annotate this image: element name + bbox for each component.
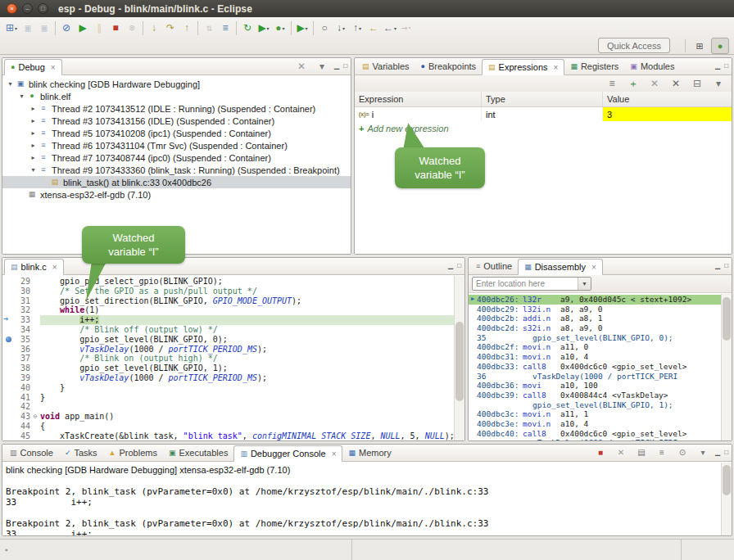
console-output[interactable]: blink checking [GDB Hardware Debugging] … xyxy=(2,463,732,535)
disassembly-line[interactable]: 400dbc33:call80x400dc6c0 <gpio_set_level… xyxy=(469,362,732,372)
expressions-tab-modules[interactable]: ▣Modules xyxy=(624,58,680,75)
editor-line[interactable]: 36 vTaskDelay(1000 / portTICK_PERIOD_MS)… xyxy=(2,345,464,355)
disassembly-line[interactable]: 400dbc2d:s32i.na8, a9, 0 xyxy=(469,323,732,333)
debug-tree-row[interactable]: ▸≡Thread #5 1073410208 (ipc1) (Suspended… xyxy=(2,127,351,139)
maximize-view-icon[interactable]: □ xyxy=(457,263,461,269)
disassembly-listing[interactable]: ▶400dbc26:l32ra9, 0x400d045c < stext+109… xyxy=(469,294,732,440)
tab-blink-c[interactable]: ▤ blink.c × xyxy=(4,259,64,275)
expressions-tab-variables[interactable]: ▤Variables xyxy=(356,58,415,75)
terminate-console-icon[interactable]: ■ xyxy=(592,445,609,461)
disassembly-tab-disassembly[interactable]: ▦Disassembly× xyxy=(518,259,603,275)
minimize-view-icon[interactable]: ▁ xyxy=(334,63,339,70)
pin-console-icon[interactable]: ⊙ xyxy=(674,445,691,461)
code-editor[interactable]: 29 gpio_pad_select_gpio(BLINK_GPIO);30 /… xyxy=(2,276,464,440)
view-menu-icon[interactable]: ▾ xyxy=(314,58,330,75)
back-icon[interactable]: ←▾ xyxy=(382,20,398,36)
debug-tree-row[interactable]: ▸≡Thread #2 1073413512 (IDLE : Running) … xyxy=(2,102,351,115)
editor-line[interactable]: 41} xyxy=(2,393,464,403)
chevron-down-icon[interactable]: ▼ xyxy=(578,278,591,290)
disassembly-line[interactable]: 400dbc2f:movi.na11, 0 xyxy=(469,342,732,352)
save-all-icon[interactable]: ▣ xyxy=(36,20,52,36)
tab-close-icon[interactable]: × xyxy=(591,263,596,272)
expressions-tab-registers[interactable]: ▦Registers xyxy=(564,58,624,75)
remove-expression-icon[interactable]: ✕ xyxy=(646,75,663,92)
editor-marker-gutter[interactable]: ➜ xyxy=(2,315,14,325)
remove-all-expressions-icon[interactable]: ✕ xyxy=(668,75,684,92)
console-tab-executables[interactable]: ▣Executables xyxy=(163,445,233,461)
tree-expander-icon[interactable]: ▸ xyxy=(29,129,38,137)
remove-all-terminated-icon[interactable]: ✕ xyxy=(293,58,310,75)
disassembly-line[interactable]: 400dbc36:movia10, 100 xyxy=(469,381,732,391)
step-return-icon[interactable]: ↑ xyxy=(179,20,195,36)
maximize-view-icon[interactable]: □ xyxy=(724,449,728,456)
debug-tree-row[interactable]: ▦xtensa-esp32-elf-gdb (7.10) xyxy=(2,188,351,201)
disassembly-line[interactable]: 36vTaskDelay(1000 / portTICK_PERI xyxy=(469,372,732,382)
minimize-view-icon[interactable]: ▁ xyxy=(715,449,720,456)
editor-line[interactable]: ➜33 i++; xyxy=(2,315,464,325)
tree-expander-icon[interactable]: ▸ xyxy=(29,142,38,149)
last-edit-location-icon[interactable]: ← xyxy=(365,20,382,36)
tree-expander-icon[interactable]: ▸ xyxy=(29,105,38,112)
expressions-tab-expressions[interactable]: ▤Expressions× xyxy=(482,59,564,75)
editor-line[interactable]: 37 /* Blink on (output high) */ xyxy=(2,354,464,364)
editor-line[interactable]: 31 gpio_set_direction(BLINK_GPIO, GPIO_M… xyxy=(2,296,464,306)
tree-expander-icon[interactable]: ▾ xyxy=(29,166,38,174)
minimize-view-icon[interactable]: ▁ xyxy=(715,263,720,269)
show-type-names-icon[interactable]: ≡ xyxy=(604,75,620,92)
disassembly-line[interactable]: 35gpio_set_level(BLINK_GPIO, 0); xyxy=(469,333,732,343)
tree-expander-icon[interactable]: ▸ xyxy=(29,117,38,124)
editor-line[interactable]: 42 xyxy=(2,402,464,412)
expressions-tab-breakpoints[interactable]: ●Breakpoints xyxy=(415,58,483,75)
column-expression[interactable]: Expression xyxy=(355,92,482,106)
debug-tree-row[interactable]: ▾≡Thread #9 1073433360 (blink_task : Run… xyxy=(2,164,351,176)
remove-launch-icon[interactable]: ✕ xyxy=(613,445,629,461)
editor-line[interactable]: 38 gpio_set_level(BLINK_GPIO, 1); xyxy=(2,364,464,373)
next-annotation-icon[interactable]: ↓▾ xyxy=(333,20,349,36)
console-tab-tasks[interactable]: ✓Tasks xyxy=(59,445,103,461)
editor-line[interactable]: 32 while(1) xyxy=(2,305,464,315)
tree-expander-icon[interactable]: ▾ xyxy=(17,93,26,100)
disassembly-line[interactable]: ▶400dbc26:l32ra9, 0x400d045c < stext+109… xyxy=(469,295,732,305)
maximize-view-icon[interactable]: □ xyxy=(343,63,347,70)
minimize-view-icon[interactable]: ▁ xyxy=(715,63,720,70)
debug-tree-row[interactable]: ▸≡Thread #3 1073413156 (IDLE) (Suspended… xyxy=(2,115,351,127)
disassembly-line[interactable]: vTaskDelay(1000 / portTICK_PERI xyxy=(469,438,732,440)
editor-marker-gutter[interactable] xyxy=(2,431,14,440)
editor-line[interactable]: 40 } xyxy=(2,383,464,393)
external-tools-icon[interactable]: ▶▾ xyxy=(294,20,310,36)
skip-breakpoints-icon[interactable]: ⊘ xyxy=(58,20,75,36)
fold-marker-icon[interactable]: ⊖ xyxy=(30,412,40,422)
step-into-icon[interactable]: ↓ xyxy=(146,20,162,36)
console-tab-debugger-console[interactable]: ▥Debugger Console× xyxy=(233,445,342,462)
disassembly-line[interactable]: 400dbc39:call80x400844c4 <vTaskDelay> xyxy=(469,391,732,400)
editor-scrollbar[interactable] xyxy=(454,276,464,440)
editor-line[interactable]: 30 /* Set the GPIO as a push/pull output… xyxy=(2,287,464,296)
disassembly-line[interactable]: 400dbc3e:movi.na10, 4 xyxy=(469,419,732,429)
debug-perspective-icon[interactable]: ● xyxy=(711,38,729,54)
disassembly-line[interactable]: 400dbc31:movi.na10, 4 xyxy=(469,352,732,362)
terminate-icon[interactable]: ■ xyxy=(107,20,124,36)
drop-to-frame-icon[interactable]: ⇅ xyxy=(201,20,217,36)
console-tab-console[interactable]: ▥Console xyxy=(4,445,59,461)
view-menu-icon[interactable]: ▾ xyxy=(710,75,727,92)
editor-marker-gutter[interactable] xyxy=(2,383,14,393)
editor-line[interactable]: 43⊖void app_main() xyxy=(2,412,464,422)
editor-marker-gutter[interactable] xyxy=(2,277,14,287)
tab-debug[interactable]: ● Debug × xyxy=(4,59,62,75)
disassembly-tab-outline[interactable]: ≡Outline xyxy=(470,258,518,274)
disassembly-line[interactable]: gpio_set_level(BLINK_GPIO, 1); xyxy=(469,400,732,410)
console-tab-problems[interactable]: ▲Problems xyxy=(103,445,163,461)
debug-tree-row[interactable]: ▸≡Thread #6 1073431104 (Tmr Svc) (Suspen… xyxy=(2,139,351,151)
tree-expander-icon[interactable]: ▸ xyxy=(29,154,38,161)
search-icon[interactable]: ○ xyxy=(316,20,333,36)
editor-marker-gutter[interactable] xyxy=(2,364,14,373)
quick-access-button[interactable]: Quick Access xyxy=(598,38,670,53)
editor-marker-gutter[interactable] xyxy=(2,402,14,412)
tab-close-icon[interactable]: × xyxy=(52,263,57,272)
disassembly-line[interactable]: 400dbc2b:addi.na8, a8, 1 xyxy=(469,314,732,323)
editor-marker-gutter[interactable] xyxy=(2,393,14,403)
window-minimize-button[interactable]: – xyxy=(22,3,33,14)
prev-annotation-icon[interactable]: ↑▾ xyxy=(349,20,365,36)
disassembly-scrollbar[interactable] xyxy=(721,294,732,440)
editor-marker-gutter[interactable] xyxy=(2,412,14,422)
